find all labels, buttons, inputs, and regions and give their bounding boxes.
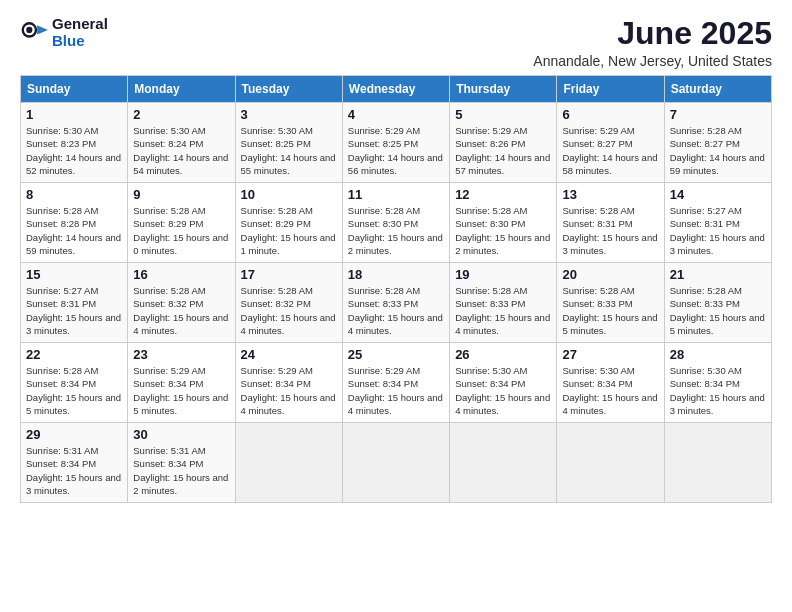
daylight-label: Daylight: 15 hours and 4 minutes.: [241, 312, 336, 336]
daylight-label: Daylight: 15 hours and 3 minutes.: [670, 232, 765, 256]
calendar-cell: 27 Sunrise: 5:30 AM Sunset: 8:34 PM Dayl…: [557, 343, 664, 423]
day-info: Sunrise: 5:30 AM Sunset: 8:25 PM Dayligh…: [241, 124, 337, 177]
day-info: Sunrise: 5:28 AM Sunset: 8:27 PM Dayligh…: [670, 124, 766, 177]
sunrise-label: Sunrise: 5:30 AM: [455, 365, 527, 376]
calendar-cell: [664, 423, 771, 503]
logo-icon: [20, 19, 48, 47]
daylight-label: Daylight: 15 hours and 4 minutes.: [348, 312, 443, 336]
calendar-cell: 4 Sunrise: 5:29 AM Sunset: 8:25 PM Dayli…: [342, 103, 449, 183]
sunrise-label: Sunrise: 5:30 AM: [562, 365, 634, 376]
sunset-label: Sunset: 8:23 PM: [26, 138, 96, 149]
sunset-label: Sunset: 8:34 PM: [26, 458, 96, 469]
day-number: 9: [133, 187, 229, 202]
sunrise-label: Sunrise: 5:29 AM: [455, 125, 527, 136]
calendar-week-2: 8 Sunrise: 5:28 AM Sunset: 8:28 PM Dayli…: [21, 183, 772, 263]
sunset-label: Sunset: 8:30 PM: [455, 218, 525, 229]
day-info: Sunrise: 5:31 AM Sunset: 8:34 PM Dayligh…: [26, 444, 122, 497]
day-number: 22: [26, 347, 122, 362]
daylight-label: Daylight: 15 hours and 5 minutes.: [670, 312, 765, 336]
day-info: Sunrise: 5:27 AM Sunset: 8:31 PM Dayligh…: [26, 284, 122, 337]
sunrise-label: Sunrise: 5:27 AM: [26, 285, 98, 296]
daylight-label: Daylight: 14 hours and 59 minutes.: [670, 152, 765, 176]
svg-point-2: [26, 26, 32, 32]
sunset-label: Sunset: 8:34 PM: [133, 458, 203, 469]
day-info: Sunrise: 5:30 AM Sunset: 8:24 PM Dayligh…: [133, 124, 229, 177]
calendar-header-row: SundayMondayTuesdayWednesdayThursdayFrid…: [21, 76, 772, 103]
sunrise-label: Sunrise: 5:28 AM: [133, 285, 205, 296]
daylight-label: Daylight: 14 hours and 54 minutes.: [133, 152, 228, 176]
sunset-label: Sunset: 8:31 PM: [670, 218, 740, 229]
day-header-wednesday: Wednesday: [342, 76, 449, 103]
day-header-tuesday: Tuesday: [235, 76, 342, 103]
calendar-cell: 15 Sunrise: 5:27 AM Sunset: 8:31 PM Dayl…: [21, 263, 128, 343]
logo-general: General: [52, 16, 108, 33]
daylight-label: Daylight: 15 hours and 3 minutes.: [26, 472, 121, 496]
sunset-label: Sunset: 8:30 PM: [348, 218, 418, 229]
calendar-cell: 7 Sunrise: 5:28 AM Sunset: 8:27 PM Dayli…: [664, 103, 771, 183]
sunrise-label: Sunrise: 5:28 AM: [348, 285, 420, 296]
day-number: 15: [26, 267, 122, 282]
sunrise-label: Sunrise: 5:29 AM: [241, 365, 313, 376]
day-number: 29: [26, 427, 122, 442]
daylight-label: Daylight: 15 hours and 2 minutes.: [348, 232, 443, 256]
sunset-label: Sunset: 8:34 PM: [670, 378, 740, 389]
daylight-label: Daylight: 15 hours and 3 minutes.: [26, 312, 121, 336]
day-header-saturday: Saturday: [664, 76, 771, 103]
sunrise-label: Sunrise: 5:28 AM: [26, 365, 98, 376]
calendar-cell: 14 Sunrise: 5:27 AM Sunset: 8:31 PM Dayl…: [664, 183, 771, 263]
logo: General Blue: [20, 16, 108, 49]
logo-text: General Blue: [52, 16, 108, 49]
sunset-label: Sunset: 8:32 PM: [133, 298, 203, 309]
day-info: Sunrise: 5:29 AM Sunset: 8:26 PM Dayligh…: [455, 124, 551, 177]
daylight-label: Daylight: 15 hours and 4 minutes.: [348, 392, 443, 416]
sunset-label: Sunset: 8:34 PM: [133, 378, 203, 389]
sunrise-label: Sunrise: 5:31 AM: [26, 445, 98, 456]
daylight-label: Daylight: 15 hours and 5 minutes.: [26, 392, 121, 416]
daylight-label: Daylight: 14 hours and 56 minutes.: [348, 152, 443, 176]
calendar-cell: 10 Sunrise: 5:28 AM Sunset: 8:29 PM Dayl…: [235, 183, 342, 263]
sunrise-label: Sunrise: 5:31 AM: [133, 445, 205, 456]
day-info: Sunrise: 5:28 AM Sunset: 8:34 PM Dayligh…: [26, 364, 122, 417]
sunset-label: Sunset: 8:34 PM: [562, 378, 632, 389]
daylight-label: Daylight: 14 hours and 57 minutes.: [455, 152, 550, 176]
sunrise-label: Sunrise: 5:28 AM: [562, 205, 634, 216]
day-number: 25: [348, 347, 444, 362]
day-info: Sunrise: 5:30 AM Sunset: 8:34 PM Dayligh…: [455, 364, 551, 417]
calendar-cell: 22 Sunrise: 5:28 AM Sunset: 8:34 PM Dayl…: [21, 343, 128, 423]
calendar-cell: 25 Sunrise: 5:29 AM Sunset: 8:34 PM Dayl…: [342, 343, 449, 423]
day-info: Sunrise: 5:29 AM Sunset: 8:34 PM Dayligh…: [133, 364, 229, 417]
sunrise-label: Sunrise: 5:28 AM: [348, 205, 420, 216]
day-info: Sunrise: 5:31 AM Sunset: 8:34 PM Dayligh…: [133, 444, 229, 497]
sunset-label: Sunset: 8:29 PM: [241, 218, 311, 229]
day-info: Sunrise: 5:29 AM Sunset: 8:34 PM Dayligh…: [241, 364, 337, 417]
daylight-label: Daylight: 15 hours and 4 minutes.: [562, 392, 657, 416]
sunrise-label: Sunrise: 5:28 AM: [455, 205, 527, 216]
day-info: Sunrise: 5:30 AM Sunset: 8:34 PM Dayligh…: [562, 364, 658, 417]
calendar-cell: 21 Sunrise: 5:28 AM Sunset: 8:33 PM Dayl…: [664, 263, 771, 343]
day-number: 7: [670, 107, 766, 122]
sunrise-label: Sunrise: 5:29 AM: [348, 125, 420, 136]
sunset-label: Sunset: 8:32 PM: [241, 298, 311, 309]
sunset-label: Sunset: 8:33 PM: [670, 298, 740, 309]
sunset-label: Sunset: 8:33 PM: [348, 298, 418, 309]
sunrise-label: Sunrise: 5:28 AM: [670, 285, 742, 296]
day-info: Sunrise: 5:28 AM Sunset: 8:29 PM Dayligh…: [241, 204, 337, 257]
sunrise-label: Sunrise: 5:30 AM: [670, 365, 742, 376]
day-number: 8: [26, 187, 122, 202]
day-number: 10: [241, 187, 337, 202]
calendar-cell: 18 Sunrise: 5:28 AM Sunset: 8:33 PM Dayl…: [342, 263, 449, 343]
day-info: Sunrise: 5:28 AM Sunset: 8:33 PM Dayligh…: [348, 284, 444, 337]
calendar-cell: 8 Sunrise: 5:28 AM Sunset: 8:28 PM Dayli…: [21, 183, 128, 263]
month-title: June 2025: [533, 16, 772, 51]
day-info: Sunrise: 5:29 AM Sunset: 8:25 PM Dayligh…: [348, 124, 444, 177]
sunrise-label: Sunrise: 5:29 AM: [348, 365, 420, 376]
sunrise-label: Sunrise: 5:28 AM: [241, 285, 313, 296]
daylight-label: Daylight: 15 hours and 4 minutes.: [455, 312, 550, 336]
sunset-label: Sunset: 8:29 PM: [133, 218, 203, 229]
day-number: 5: [455, 107, 551, 122]
sunset-label: Sunset: 8:26 PM: [455, 138, 525, 149]
calendar-week-4: 22 Sunrise: 5:28 AM Sunset: 8:34 PM Dayl…: [21, 343, 772, 423]
day-number: 16: [133, 267, 229, 282]
day-header-thursday: Thursday: [450, 76, 557, 103]
daylight-label: Daylight: 14 hours and 52 minutes.: [26, 152, 121, 176]
